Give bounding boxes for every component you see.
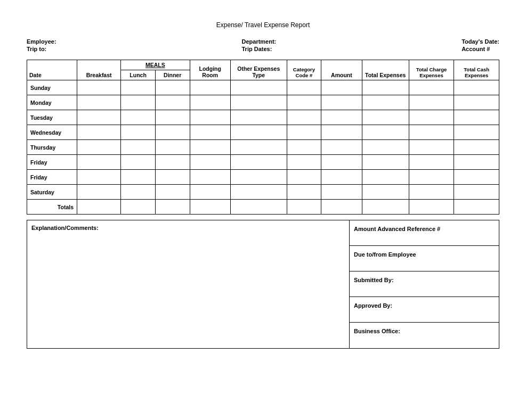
data-cell[interactable] (454, 80, 499, 95)
totals-data-cell[interactable] (230, 200, 287, 215)
page-title: Expense/ Travel Expense Report (27, 21, 499, 29)
approved-label: Approved By: (354, 302, 392, 309)
data-cell[interactable] (454, 110, 499, 125)
data-cell[interactable] (321, 125, 362, 140)
data-cell[interactable] (190, 185, 230, 200)
data-cell[interactable] (321, 155, 362, 170)
data-cell[interactable] (321, 185, 362, 200)
data-cell[interactable] (190, 170, 230, 185)
data-cell[interactable] (454, 185, 499, 200)
data-cell[interactable] (287, 110, 321, 125)
data-cell[interactable] (409, 185, 454, 200)
data-cell[interactable] (121, 95, 156, 110)
data-cell[interactable] (321, 110, 362, 125)
th-category-code: Category Code # (287, 60, 321, 80)
data-cell[interactable] (287, 125, 321, 140)
totals-data-cell[interactable] (155, 200, 190, 215)
data-cell[interactable] (230, 125, 287, 140)
data-cell[interactable] (190, 80, 230, 95)
data-cell[interactable] (287, 80, 321, 95)
data-cell[interactable] (454, 155, 499, 170)
data-cell[interactable] (190, 110, 230, 125)
data-cell[interactable] (409, 110, 454, 125)
data-cell[interactable] (362, 80, 409, 95)
data-cell[interactable] (362, 110, 409, 125)
data-cell[interactable] (230, 80, 287, 95)
data-cell[interactable] (321, 140, 362, 155)
data-cell[interactable] (121, 80, 156, 95)
totals-data-cell[interactable] (454, 200, 499, 215)
totals-data-cell[interactable] (409, 200, 454, 215)
data-cell[interactable] (77, 80, 121, 95)
data-cell[interactable] (77, 125, 121, 140)
data-cell[interactable] (454, 140, 499, 155)
data-cell[interactable] (121, 125, 156, 140)
data-cell[interactable] (362, 95, 409, 110)
data-cell[interactable] (230, 185, 287, 200)
data-cell[interactable] (121, 155, 156, 170)
data-cell[interactable] (362, 155, 409, 170)
data-cell[interactable] (287, 185, 321, 200)
data-cell[interactable] (287, 170, 321, 185)
table-row: Sunday (27, 80, 499, 95)
data-cell[interactable] (77, 155, 121, 170)
data-cell[interactable] (409, 155, 454, 170)
data-cell[interactable] (155, 110, 190, 125)
data-cell[interactable] (230, 95, 287, 110)
data-cell[interactable] (409, 95, 454, 110)
data-cell[interactable] (190, 155, 230, 170)
data-cell[interactable] (321, 80, 362, 95)
totals-data-cell[interactable] (362, 200, 409, 215)
data-cell[interactable] (454, 95, 499, 110)
data-cell[interactable] (230, 155, 287, 170)
data-cell[interactable] (287, 140, 321, 155)
data-cell[interactable] (287, 155, 321, 170)
data-cell[interactable] (155, 95, 190, 110)
data-cell[interactable] (454, 125, 499, 140)
data-cell[interactable] (230, 170, 287, 185)
totals-data-cell[interactable] (77, 200, 121, 215)
data-cell[interactable] (155, 155, 190, 170)
totals-data-cell[interactable] (190, 200, 230, 215)
table-row: Tuesday (27, 110, 499, 125)
data-cell[interactable] (190, 140, 230, 155)
data-cell[interactable] (454, 170, 499, 185)
data-cell[interactable] (230, 140, 287, 155)
data-cell[interactable] (155, 170, 190, 185)
data-cell[interactable] (362, 140, 409, 155)
data-cell[interactable] (155, 185, 190, 200)
data-cell[interactable] (362, 170, 409, 185)
table-row: Friday (27, 170, 499, 185)
data-cell[interactable] (230, 110, 287, 125)
data-cell[interactable] (77, 110, 121, 125)
data-cell[interactable] (409, 140, 454, 155)
data-cell[interactable] (321, 95, 362, 110)
data-cell[interactable] (155, 140, 190, 155)
data-cell[interactable] (155, 80, 190, 95)
data-cell[interactable] (190, 125, 230, 140)
data-cell[interactable] (77, 170, 121, 185)
data-cell[interactable] (77, 140, 121, 155)
bottom-section: Explanation/Comments: Amount Advanced Re… (27, 220, 499, 349)
data-cell[interactable] (287, 95, 321, 110)
data-cell[interactable] (409, 80, 454, 95)
amount-advanced-row: Amount Advanced Reference # (350, 220, 499, 246)
data-cell[interactable] (121, 140, 156, 155)
data-cell[interactable] (321, 170, 362, 185)
data-cell[interactable] (77, 185, 121, 200)
data-cell[interactable] (121, 110, 156, 125)
data-cell[interactable] (190, 95, 230, 110)
totals-data-cell[interactable] (321, 200, 362, 215)
data-cell[interactable] (77, 95, 121, 110)
totals-data-cell[interactable] (121, 200, 156, 215)
totals-data-cell[interactable] (287, 200, 321, 215)
data-cell[interactable] (362, 125, 409, 140)
data-cell[interactable] (121, 185, 156, 200)
data-cell[interactable] (121, 170, 156, 185)
data-cell[interactable] (409, 125, 454, 140)
table-row: Friday (27, 155, 499, 170)
data-cell[interactable] (362, 185, 409, 200)
data-cell[interactable] (155, 125, 190, 140)
employee-label: Employee: (27, 38, 56, 45)
data-cell[interactable] (409, 170, 454, 185)
